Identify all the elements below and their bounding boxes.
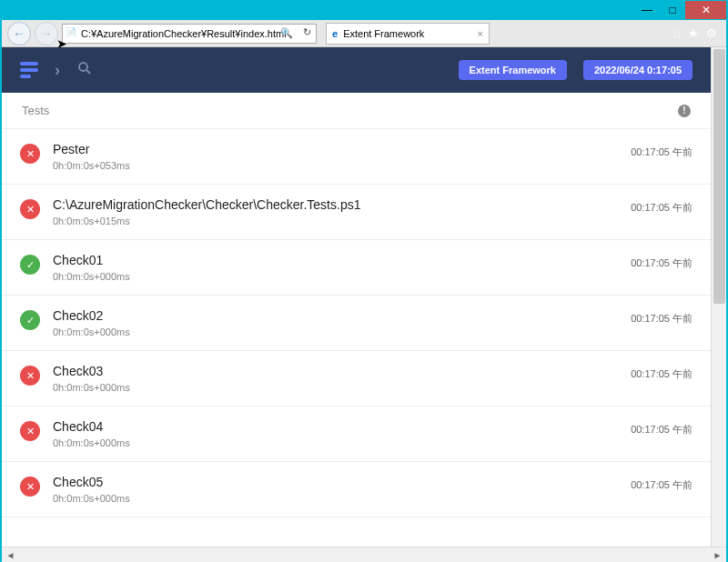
test-name: Check04 — [53, 419, 618, 434]
test-name: Check01 — [53, 253, 618, 267]
tests-section-header: Tests ! — [2, 93, 711, 129]
test-name: Pester — [53, 142, 618, 156]
tab-title: Extent Framework — [343, 28, 424, 39]
info-icon[interactable]: ! — [678, 105, 691, 117]
test-name: Check03 — [53, 364, 618, 378]
test-row[interactable]: ✓Check010h:0m:0s+000ms00:17:05 午前 — [2, 240, 711, 296]
page-viewport: › Extent Framework 2022/06/24 0:17:05 Te… — [2, 47, 726, 562]
address-bar[interactable] — [62, 24, 317, 44]
test-info: Check050h:0m:0s+000ms — [53, 475, 618, 504]
timestamp-badge[interactable]: 2022/06/24 0:17:05 — [583, 60, 693, 80]
test-duration: 0h:0m:0s+000ms — [53, 437, 618, 448]
test-timestamp: 00:17:05 午前 — [631, 312, 693, 326]
test-duration: 0h:0m:0s+000ms — [53, 326, 618, 337]
expand-icon[interactable]: › — [55, 61, 60, 80]
test-row[interactable]: ✕Check030h:0m:0s+000ms00:17:05 午前 — [2, 351, 711, 406]
test-duration: 0h:0m:0s+053ms — [53, 160, 618, 171]
test-info: Check040h:0m:0s+000ms — [53, 419, 618, 448]
test-name: Check02 — [53, 308, 618, 323]
browser-toolbar: ← → 📄 🔍 ↻ ➤ e Extent Framework × ⌂ ★ ⚙ — [2, 20, 726, 47]
test-info: C:\AzureMigrationChecker\Checker\Checker… — [53, 197, 618, 226]
fail-icon: ✕ — [20, 421, 40, 441]
page-icon: 📄 — [66, 27, 76, 37]
framework-badge[interactable]: Extent Framework — [459, 60, 567, 80]
fail-icon: ✕ — [20, 199, 40, 219]
home-icon[interactable]: ⌂ — [673, 26, 681, 40]
test-row[interactable]: ✕C:\AzureMigrationChecker\Checker\Checke… — [2, 185, 711, 240]
os-window: — □ ✕ ← → 📄 🔍 ↻ ➤ e Extent Framework × ⌂… — [0, 0, 728, 562]
fail-icon: ✕ — [20, 366, 40, 386]
pass-icon: ✓ — [20, 310, 40, 330]
vertical-scrollbar[interactable] — [711, 47, 726, 547]
scroll-left-icon[interactable]: ◄ — [4, 550, 17, 560]
tab-favicon: e — [332, 28, 338, 39]
test-timestamp: 00:17:05 午前 — [631, 201, 693, 215]
tests-label: Tests — [22, 104, 49, 117]
svg-line-1 — [86, 70, 90, 74]
forward-button[interactable]: → — [35, 22, 58, 45]
test-info: Pester0h:0m:0s+053ms — [53, 142, 618, 171]
scrollbar-thumb[interactable] — [713, 49, 725, 304]
refresh-button[interactable]: ↻ — [303, 26, 311, 38]
test-info: Check030h:0m:0s+000ms — [53, 364, 618, 393]
test-row[interactable]: ✕Check050h:0m:0s+000ms00:17:05 午前 — [2, 462, 711, 517]
test-timestamp: 00:17:05 午前 — [631, 146, 693, 159]
browser-tab[interactable]: e Extent Framework × — [326, 23, 490, 45]
test-timestamp: 00:17:05 午前 — [631, 423, 693, 437]
browser-tools: ⌂ ★ ⚙ — [673, 26, 721, 40]
pass-icon: ✓ — [20, 255, 40, 275]
test-duration: 0h:0m:0s+000ms — [53, 271, 618, 282]
test-info: Check010h:0m:0s+000ms — [53, 253, 618, 282]
test-duration: 0h:0m:0s+000ms — [53, 493, 618, 504]
fail-icon: ✕ — [20, 144, 40, 164]
tab-close-icon[interactable]: × — [478, 28, 483, 39]
horizontal-scrollbar[interactable]: ◄ ► — [2, 547, 726, 562]
back-button[interactable]: ← — [7, 22, 31, 45]
test-row[interactable]: ✕Pester0h:0m:0s+053ms00:17:05 午前 — [2, 129, 711, 185]
window-titlebar: — □ ✕ — [2, 0, 726, 20]
test-name: C:\AzureMigrationChecker\Checker\Checker… — [53, 197, 618, 212]
settings-icon[interactable]: ⚙ — [706, 26, 717, 40]
scroll-right-icon[interactable]: ► — [711, 550, 724, 560]
favorites-icon[interactable]: ★ — [688, 26, 699, 40]
test-name: Check05 — [53, 475, 618, 489]
search-indicator-icon[interactable]: 🔍 — [280, 27, 293, 39]
test-duration: 0h:0m:0s+015ms — [53, 216, 618, 226]
search-icon[interactable] — [76, 60, 93, 81]
maximize-button[interactable]: □ — [660, 1, 685, 19]
test-timestamp: 00:17:05 午前 — [631, 256, 693, 270]
test-row[interactable]: ✕Check040h:0m:0s+000ms00:17:05 午前 — [2, 406, 711, 462]
app-logo-icon[interactable] — [20, 62, 38, 78]
test-row[interactable]: ✓Check020h:0m:0s+000ms00:17:05 午前 — [2, 296, 711, 351]
tests-list: ✕Pester0h:0m:0s+053ms00:17:05 午前✕C:\Azur… — [2, 129, 711, 547]
minimize-button[interactable]: — — [634, 1, 660, 19]
fail-icon: ✕ — [20, 477, 40, 497]
address-bar-wrap: 📄 🔍 ↻ ➤ — [62, 24, 317, 44]
test-timestamp: 00:17:05 午前 — [631, 367, 693, 381]
test-info: Check020h:0m:0s+000ms — [53, 308, 618, 337]
test-timestamp: 00:17:05 午前 — [631, 478, 693, 492]
svg-point-0 — [79, 63, 87, 71]
close-button[interactable]: ✕ — [685, 1, 726, 19]
app-header: › Extent Framework 2022/06/24 0:17:05 — [2, 47, 711, 93]
test-duration: 0h:0m:0s+000ms — [53, 382, 618, 393]
